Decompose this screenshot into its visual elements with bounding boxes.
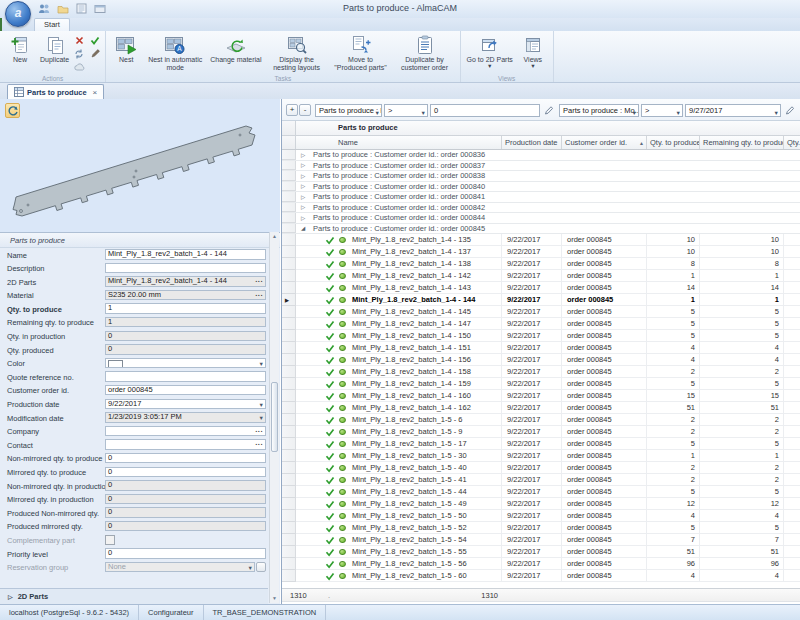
expand-group-icon[interactable]: ▷ <box>301 214 309 222</box>
ellipsis-button-icon[interactable]: ... <box>255 290 263 299</box>
column-header-production-date[interactable]: Production date <box>502 136 562 149</box>
table-row[interactable]: Mint_Ply_1.8_rev2_batch_1-4 - 1519/22/20… <box>282 342 800 354</box>
group-row[interactable]: ▷Parts to produce : Customer order id.: … <box>282 203 800 214</box>
field-priority-level[interactable]: 0 <box>105 548 266 559</box>
expand-group-icon[interactable]: ▷ <box>301 161 309 169</box>
table-row[interactable]: Mint_Ply_1.8_rev2_batch_1-4 - 1629/22/20… <box>282 402 800 414</box>
table-row[interactable]: Mint_Ply_1.8_rev2_batch_1-5 - 509/22/201… <box>282 510 800 522</box>
app-logo-button[interactable]: a <box>5 1 31 27</box>
edit-filter1-icon[interactable] <box>544 105 553 115</box>
table-row[interactable]: Mint_Ply_1.8_rev2_batch_1-5 - 419/22/201… <box>282 474 800 486</box>
scroll-down-icon[interactable]: ▼ <box>270 594 279 603</box>
properties-scrollbar[interactable]: ▲ ▼ <box>269 232 279 603</box>
expand-group-icon[interactable]: ▷ <box>301 151 309 159</box>
group-row[interactable]: ▷Parts to produce : Customer order id.: … <box>282 213 800 224</box>
preview-tool-button[interactable] <box>5 103 20 118</box>
ribbon-button-display-the-nesting-layouts[interactable]: Display the nesting layouts <box>265 32 329 73</box>
table-row[interactable]: Mint_Ply_1.8_rev2_batch_1-4 - 1479/22/20… <box>282 318 800 330</box>
ellipsis-button-icon[interactable]: ... <box>255 439 263 448</box>
field-color[interactable]: ▼ <box>105 358 266 369</box>
expand-group-icon[interactable]: ▷ <box>301 193 309 201</box>
table-row[interactable]: Mint_Ply_1.8_rev2_batch_1-5 - 529/22/201… <box>282 522 800 534</box>
band-title[interactable]: Parts to produce <box>296 121 800 135</box>
remove-filter-button[interactable]: - <box>299 104 311 116</box>
field-name[interactable]: Mint_Ply_1.8_rev2_batch_1-4 - 144 <box>105 249 266 260</box>
collapse-group-icon[interactable]: ◢ <box>301 224 309 232</box>
chevron-down-icon[interactable]: ▼ <box>259 360 264 369</box>
table-row[interactable]: Mint_Ply_1.8_rev2_batch_1-4 - 1609/22/20… <box>282 390 800 402</box>
section-2d-parts[interactable]: ▷ 2D Parts <box>0 588 268 604</box>
filter1-value-input[interactable]: 0 <box>430 104 540 117</box>
table-row[interactable]: Mint_Ply_1.8_rev2_batch_1-5 - 569/22/201… <box>282 558 800 570</box>
chevron-down-icon[interactable]: ▼ <box>248 564 253 573</box>
table-row[interactable]: Mint_Ply_1.8_rev2_batch_1-4 - 1359/22/20… <box>282 234 800 246</box>
ribbon-tab-start[interactable]: Start <box>34 18 70 31</box>
chevron-down-icon[interactable]: ▼ <box>259 414 264 423</box>
table-row[interactable]: Mint_Ply_1.8_rev2_batch_1-5 - 179/22/201… <box>282 438 800 450</box>
ellipsis-button-icon[interactable]: ... <box>255 426 263 435</box>
table-row[interactable]: Mint_Ply_1.8_rev2_batch_1-4 - 1569/22/20… <box>282 354 800 366</box>
table-row[interactable]: Mint_Ply_1.8_rev2_batch_1-5 - 559/22/201… <box>282 546 800 558</box>
ribbon-button-new[interactable]: New <box>3 32 37 73</box>
ribbon-button-move-to-produced-parts[interactable]: Move to "Produced parts" <box>329 32 393 73</box>
filter2-value-date-select[interactable]: 9/27/2017 ▼ <box>685 104 781 117</box>
group-row[interactable]: ▷Parts to produce : Customer order id.: … <box>282 150 800 161</box>
group-row[interactable]: ◢Parts to produce : Customer order id.: … <box>282 224 800 235</box>
edit-filter2-icon[interactable] <box>785 105 794 115</box>
filter1-operator-select[interactable]: > ▼ <box>384 104 428 117</box>
column-header-remaining-qty-to-produce[interactable]: Remaining qty. to produce <box>700 136 784 149</box>
close-tab-icon[interactable]: × <box>93 88 98 97</box>
column-header-customer-order-id[interactable]: Customer order id.▲ <box>562 136 647 149</box>
table-row[interactable]: Mint_Ply_1.8_rev2_batch_1-5 - 499/22/201… <box>282 498 800 510</box>
table-row[interactable]: Mint_Ply_1.8_rev2_batch_1-4 - 1389/22/20… <box>282 258 800 270</box>
table-row[interactable]: Mint_Ply_1.8_rev2_batch_1-4 - 1379/22/20… <box>282 246 800 258</box>
table-row-selected[interactable]: ▶Mint_Ply_1.8_rev2_batch_1-4 - 1449/22/2… <box>282 294 800 306</box>
field-production-date[interactable]: 9/22/2017▼ <box>105 399 266 410</box>
expand-group-icon[interactable]: ▷ <box>301 203 309 211</box>
cloud-button[interactable] <box>72 60 86 73</box>
column-header-qty-to-produce[interactable]: Qty. to produce <box>647 136 700 149</box>
field-contact[interactable]: ... <box>105 439 266 450</box>
scroll-up-icon[interactable]: ▲ <box>270 232 279 241</box>
doc-tab-parts-to-produce[interactable]: Parts to produce × <box>7 84 104 99</box>
table-row[interactable]: Mint_Ply_1.8_rev2_batch_1-4 - 1439/22/20… <box>282 282 800 294</box>
expand-group-icon[interactable]: ▷ <box>301 172 309 180</box>
table-row[interactable]: Mint_Ply_1.8_rev2_batch_1-5 - 409/22/201… <box>282 462 800 474</box>
table-row[interactable]: Mint_Ply_1.8_rev2_batch_1-4 - 1459/22/20… <box>282 306 800 318</box>
table-row[interactable]: Mint_Ply_1.8_rev2_batch_1-4 - 1589/22/20… <box>282 366 800 378</box>
field-customer-order-id[interactable]: order 000845 <box>105 385 266 396</box>
ribbon-button-go-to-2d-parts[interactable]: Go to 2D Parts▼ <box>464 32 516 73</box>
group-row[interactable]: ▷Parts to produce : Customer order id.: … <box>282 171 800 182</box>
ellipsis-button-icon[interactable]: ... <box>255 276 263 285</box>
ribbon-button-nest-in-automatic-mode[interactable]: ANest in automatic mode <box>143 32 207 73</box>
ribbon-button-views[interactable]: Views▼ <box>516 32 550 73</box>
ribbon-button-change-material[interactable]: Change material <box>207 32 264 73</box>
pencil-button[interactable] <box>88 47 102 60</box>
reservation-group-icon[interactable] <box>256 562 266 572</box>
delete-x-button[interactable] <box>72 34 86 47</box>
table-row[interactable]: Mint_Ply_1.8_rev2_batch_1-4 - 1509/22/20… <box>282 330 800 342</box>
ribbon-button-nest[interactable]: Nest <box>109 32 143 73</box>
table-row[interactable]: Mint_Ply_1.8_rev2_batch_1-5 - 549/22/201… <box>282 534 800 546</box>
field-qty-to-produce[interactable]: 1 <box>105 303 266 314</box>
scrollbar-thumb[interactable] <box>271 382 278 452</box>
checkbox-complementary-part[interactable] <box>105 535 115 545</box>
field-non-mirrored-qty-to-produce[interactable]: 0 <box>105 453 266 464</box>
add-filter-button[interactable]: + <box>286 104 298 116</box>
filter2-field-select[interactable]: Parts to produce : Mo... ▼ <box>559 104 639 117</box>
filter1-field-select[interactable]: Parts to produce : Re... ▼ <box>315 104 382 117</box>
group-row[interactable]: ▷Parts to produce : Customer order id.: … <box>282 161 800 172</box>
ribbon-button-duplicate[interactable]: Duplicate <box>37 32 72 73</box>
expand-group-icon[interactable]: ▷ <box>301 182 309 190</box>
group-row[interactable]: ▷Parts to produce : Customer order id.: … <box>282 182 800 193</box>
table-row[interactable]: Mint_Ply_1.8_rev2_batch_1-5 - 309/22/201… <box>282 450 800 462</box>
table-row[interactable]: Mint_Ply_1.8_rev2_batch_1-4 - 1599/22/20… <box>282 378 800 390</box>
column-header-qty-i[interactable]: Qty. i <box>784 136 800 149</box>
refresh-button[interactable] <box>72 47 86 60</box>
field-company[interactable]: ... <box>105 426 266 437</box>
table-row[interactable]: Mint_Ply_1.8_rev2_batch_1-5 - 69/22/2017… <box>282 414 800 426</box>
filter2-operator-select[interactable]: > ▼ <box>641 104 683 117</box>
table-row[interactable]: Mint_Ply_1.8_rev2_batch_1-5 - 449/22/201… <box>282 486 800 498</box>
field-mirrored-qty-to-produce[interactable]: 0 <box>105 467 266 478</box>
group-row[interactable]: ▷Parts to produce : Customer order id.: … <box>282 192 800 203</box>
